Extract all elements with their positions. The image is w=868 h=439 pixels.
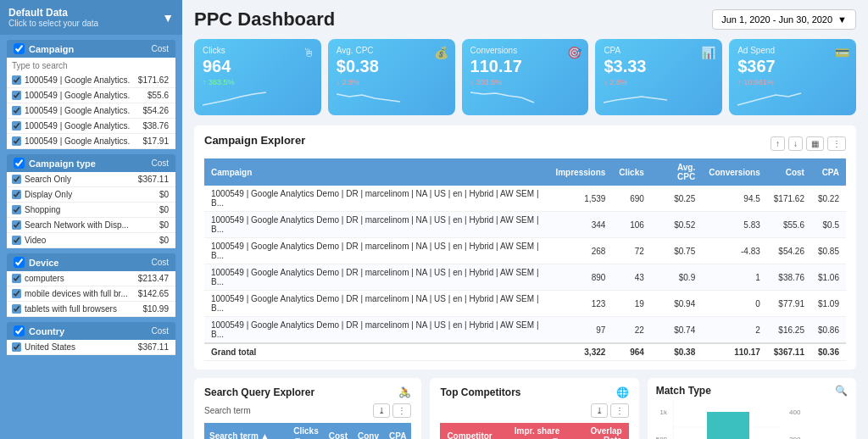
svg-rect-3 [707,412,749,439]
sq-table: Search term ▲ Clicks ▼ Cost Conv CPA goo… [204,423,411,439]
kpi-conversions-sparkline [470,90,581,108]
campaign-type-checkbox[interactable] [14,158,25,169]
kpi-clicks: Clicks 964 ↑ 363.5% 🖱 [194,39,321,115]
date-range-selector[interactable]: Jun 1, 2020 - Jun 30, 2020 ▼ [712,9,856,30]
sidebar: Default Data Click to select your data ▼… [0,0,182,439]
sq-header: Search Query Explorer 🚴 [204,386,411,398]
sidebar-header[interactable]: Default Data Click to select your data ▼ [0,0,182,35]
list-item: mobile devices with full br...$142.65 [7,286,175,302]
sq-search-label: Search term [204,406,250,415]
sq-col-cpa[interactable]: CPA [384,423,411,439]
table-row: 1000549 | Google Analytics Demo | DR | m… [204,317,846,344]
match-type-title: Match Type [656,385,711,397]
kpi-clicks-label: Clicks [203,46,313,55]
comp-icon: 🌐 [616,386,629,398]
kpi-cpa-label: CPA [604,46,714,55]
kpi-conversions-label: Conversions [470,46,581,55]
device-section: Device Cost computers$213.47 mobile devi… [7,253,175,317]
kpi-avg-cpc-sparkline [337,90,447,108]
table-row: 1000549 | Google Analytics Demo | DR | m… [204,291,846,317]
col-avg-cpc[interactable]: Avg. CPC [651,158,702,186]
match-type-chart-area: 1k 500 0 Exact 400 200 [656,402,848,439]
sq-col-cost[interactable]: Cost [324,423,353,439]
campaign-items: 1000549 | Google Analytics...$171.62 100… [7,73,175,149]
col-campaign[interactable]: Campaign [204,158,548,186]
col-cpa[interactable]: CPA [811,158,846,186]
comp-col-overlap[interactable]: Overlap Rate [566,423,629,439]
avg-cpc-icon: 💰 [434,46,448,59]
kpi-avg-cpc: Avg. CPC $0.38 ↓ 2.8% 💰 [328,39,455,115]
competitors-panel: Top Competitors 🌐 ⤓ ⋮ Competitor Impr. s… [430,378,638,439]
campaign-section-header: Campaign Cost [7,40,175,58]
list-item: Search Only$367.11 [7,172,175,187]
sq-more-button[interactable]: ⋮ [392,403,411,418]
right-charts: Match Type 🔍 1k 500 0 Exa [648,378,856,439]
sidebar-title: Default Data [8,7,98,19]
country-section-header: Country Cost [7,322,175,340]
kpi-avg-cpc-label: Avg. CPC [337,46,447,55]
comp-more-button[interactable]: ⋮ [610,403,629,418]
comp-col-impr-share[interactable]: Impr. share ▼ [503,423,567,439]
kpi-conversions-value: 110.17 [470,57,581,76]
table-row: 1000549 | Google Analytics Demo | DR | m… [204,264,846,291]
campaign-explorer-title: Campaign Explorer [204,134,305,147]
bottom-row: Search Query Explorer 🚴 Search term ⤓ ⋮ … [194,378,856,439]
kpi-conversions: Conversions 110.17 ↓ 303.5% 🎯 [462,39,589,115]
kpi-cpa: CPA $3.33 ↓ 2.6% 📊 [595,39,722,115]
kpi-cpa-sparkline [604,90,714,108]
chevron-down-icon: ▼ [837,14,847,25]
list-item: computers$213.47 [7,271,175,286]
sort-up-button[interactable]: ↑ [771,136,785,151]
main-header: PPC Dashboard Jun 1, 2020 - Jun 30, 2020… [194,8,856,31]
sq-col-clicks[interactable]: Clicks ▼ [288,423,323,439]
list-item: 1000549 | Google Analytics...$171.62 [7,73,175,88]
campaign-checkbox[interactable] [14,43,25,54]
kpi-row: Clicks 964 ↑ 363.5% 🖱 Avg. CPC $0.38 ↓ 2… [194,39,856,115]
sq-title: Search Query Explorer [204,386,314,398]
table-settings-button[interactable]: ▦ [806,136,824,151]
list-item: 1000549 | Google Analytics...$54.26 [7,103,175,119]
match-type-chart: Exact [673,402,783,439]
campaign-search-input[interactable] [12,61,170,70]
page-title: PPC Dashboard [194,8,335,31]
sparkline-svg [737,90,805,107]
col-clicks[interactable]: Clicks [612,158,650,186]
campaign-explorer: Campaign Explorer ↑ ↓ ▦ ⋮ Campaign Impre… [194,125,856,370]
sq-search-row: Search term ⤓ ⋮ [204,403,411,418]
sort-down-button[interactable]: ↓ [788,136,803,151]
match-type-icon: 🔍 [835,385,848,397]
campaign-explorer-table: Campaign Impressions Clicks Avg. CPC Con… [204,158,846,361]
sq-export-button[interactable]: ⤓ [373,403,390,418]
cpa-icon: 📊 [701,46,715,59]
kpi-clicks-sparkline [203,90,313,108]
kpi-ad-spend-change: ↑ 10.961% [737,78,848,86]
comp-col-competitor[interactable]: Competitor [440,423,502,439]
main-content: PPC Dashboard Jun 1, 2020 - Jun 30, 2020… [182,0,868,439]
col-impressions[interactable]: Impressions [548,158,612,186]
sparkline-svg [203,90,270,107]
list-item: Shopping$0 [7,203,175,218]
list-item: Video$0 [7,233,175,248]
col-conversions[interactable]: Conversions [702,158,767,186]
match-type-panel: Match Type 🔍 1k 500 0 Exa [648,378,856,439]
list-item: 1000549 | Google Analytics...$38.76 [7,119,175,134]
table-row: 1000549 | Google Analytics Demo | DR | m… [204,186,846,212]
country-section: Country Cost United States$367.11 [7,322,175,355]
kpi-cpa-value: $3.33 [604,57,714,76]
comp-export-button[interactable]: ⤓ [591,403,608,418]
list-item: 1000549 | Google Analytics...$55.6 [7,88,175,103]
table-more-button[interactable]: ⋮ [827,136,846,151]
kpi-cpa-change: ↓ 2.6% [604,78,714,86]
col-cost[interactable]: Cost [767,158,811,186]
sparkline-svg [337,90,404,107]
device-items: computers$213.47 mobile devices with ful… [7,271,175,317]
match-type-header: Match Type 🔍 [656,385,848,397]
campaign-section: Campaign Cost 1000549 | Google Analytics… [7,40,175,149]
explorer-header: Campaign Explorer ↑ ↓ ▦ ⋮ [204,134,846,153]
sparkline-svg [604,90,671,107]
device-checkbox[interactable] [14,257,25,268]
country-checkbox[interactable] [14,325,25,336]
sq-col-term[interactable]: Search term ▲ [204,423,288,439]
sq-col-conv[interactable]: Conv [353,423,384,439]
kpi-ad-spend-sparkline [737,90,848,108]
